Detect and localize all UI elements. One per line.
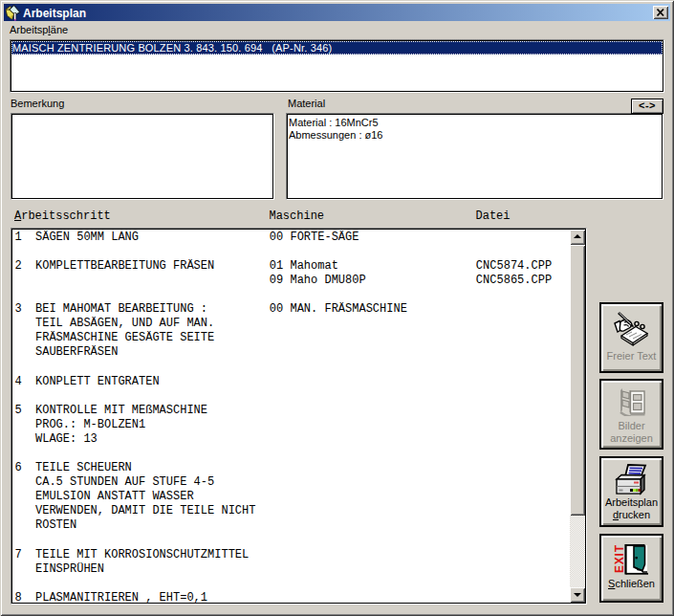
svg-text:EXIT: EXIT <box>613 544 626 573</box>
